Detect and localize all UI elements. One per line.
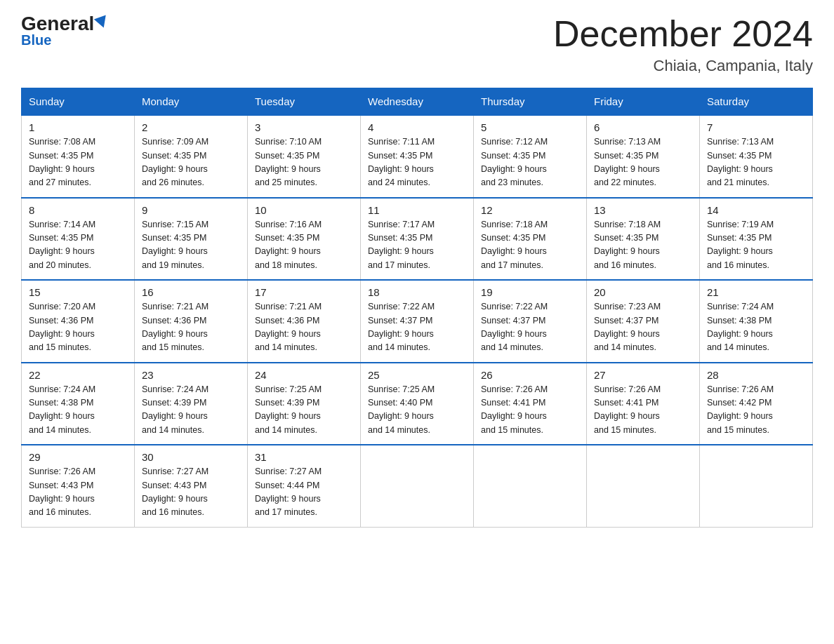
day-info: Sunrise: 7:22 AM Sunset: 4:37 PM Dayligh…: [481, 300, 579, 355]
calendar-cell: 18 Sunrise: 7:22 AM Sunset: 4:37 PM Dayl…: [361, 280, 474, 363]
calendar-cell: 16 Sunrise: 7:21 AM Sunset: 4:36 PM Dayl…: [135, 280, 248, 363]
weekday-thursday: Thursday: [474, 88, 587, 116]
day-info: Sunrise: 7:09 AM Sunset: 4:35 PM Dayligh…: [142, 135, 240, 190]
weekday-wednesday: Wednesday: [361, 88, 474, 116]
day-number: 1: [29, 121, 127, 133]
day-number: 24: [255, 369, 353, 381]
calendar-cell: 2 Sunrise: 7:09 AM Sunset: 4:35 PM Dayli…: [135, 115, 248, 198]
day-number: 29: [29, 451, 127, 463]
weekday-sunday: Sunday: [22, 88, 135, 116]
day-info: Sunrise: 7:20 AM Sunset: 4:36 PM Dayligh…: [29, 300, 127, 355]
day-number: 4: [368, 121, 466, 133]
calendar-cell: 1 Sunrise: 7:08 AM Sunset: 4:35 PM Dayli…: [22, 115, 135, 198]
logo-blue: Blue: [21, 32, 51, 48]
logo-triangle-icon: [94, 15, 110, 29]
location-title: Chiaia, Campania, Italy: [553, 57, 813, 75]
day-number: 20: [594, 286, 692, 298]
day-number: 3: [255, 121, 353, 133]
calendar-cell: 17 Sunrise: 7:21 AM Sunset: 4:36 PM Dayl…: [248, 280, 361, 363]
calendar-table: SundayMondayTuesdayWednesdayThursdayFrid…: [21, 88, 813, 528]
day-info: Sunrise: 7:10 AM Sunset: 4:35 PM Dayligh…: [255, 135, 353, 190]
calendar-cell: 10 Sunrise: 7:16 AM Sunset: 4:35 PM Dayl…: [248, 198, 361, 281]
day-info: Sunrise: 7:14 AM Sunset: 4:35 PM Dayligh…: [29, 218, 127, 273]
calendar-cell: 14 Sunrise: 7:19 AM Sunset: 4:35 PM Dayl…: [700, 198, 813, 281]
calendar-cell: 6 Sunrise: 7:13 AM Sunset: 4:35 PM Dayli…: [587, 115, 700, 198]
day-info: Sunrise: 7:21 AM Sunset: 4:36 PM Dayligh…: [142, 300, 240, 355]
day-info: Sunrise: 7:26 AM Sunset: 4:43 PM Dayligh…: [29, 465, 127, 520]
logo-area: General Blue: [21, 14, 108, 48]
day-number: 21: [707, 286, 805, 298]
calendar-week-row: 1 Sunrise: 7:08 AM Sunset: 4:35 PM Dayli…: [22, 115, 813, 198]
day-number: 26: [481, 369, 579, 381]
day-info: Sunrise: 7:25 AM Sunset: 4:40 PM Dayligh…: [368, 383, 466, 438]
calendar-cell: 26 Sunrise: 7:26 AM Sunset: 4:41 PM Dayl…: [474, 363, 587, 445]
calendar-cell: 29 Sunrise: 7:26 AM Sunset: 4:43 PM Dayl…: [22, 445, 135, 527]
month-title: December 2024: [553, 14, 813, 54]
day-number: 15: [29, 286, 127, 298]
day-number: 12: [481, 204, 579, 216]
calendar-cell: 25 Sunrise: 7:25 AM Sunset: 4:40 PM Dayl…: [361, 363, 474, 445]
day-info: Sunrise: 7:13 AM Sunset: 4:35 PM Dayligh…: [594, 135, 692, 190]
calendar-cell: 22 Sunrise: 7:24 AM Sunset: 4:38 PM Dayl…: [22, 363, 135, 445]
title-area: December 2024 Chiaia, Campania, Italy: [553, 14, 813, 75]
day-info: Sunrise: 7:12 AM Sunset: 4:35 PM Dayligh…: [481, 135, 579, 190]
day-number: 18: [368, 286, 466, 298]
day-number: 22: [29, 369, 127, 381]
day-info: Sunrise: 7:18 AM Sunset: 4:35 PM Dayligh…: [481, 218, 579, 273]
day-info: Sunrise: 7:24 AM Sunset: 4:38 PM Dayligh…: [707, 300, 805, 355]
calendar-week-row: 8 Sunrise: 7:14 AM Sunset: 4:35 PM Dayli…: [22, 198, 813, 281]
day-number: 9: [142, 204, 240, 216]
day-info: Sunrise: 7:26 AM Sunset: 4:41 PM Dayligh…: [481, 383, 579, 438]
calendar-week-row: 29 Sunrise: 7:26 AM Sunset: 4:43 PM Dayl…: [22, 445, 813, 527]
day-info: Sunrise: 7:24 AM Sunset: 4:38 PM Dayligh…: [29, 383, 127, 438]
day-info: Sunrise: 7:19 AM Sunset: 4:35 PM Dayligh…: [707, 218, 805, 273]
day-number: 10: [255, 204, 353, 216]
calendar-cell: 12 Sunrise: 7:18 AM Sunset: 4:35 PM Dayl…: [474, 198, 587, 281]
calendar-week-row: 22 Sunrise: 7:24 AM Sunset: 4:38 PM Dayl…: [22, 363, 813, 445]
day-info: Sunrise: 7:11 AM Sunset: 4:35 PM Dayligh…: [368, 135, 466, 190]
calendar-cell: 9 Sunrise: 7:15 AM Sunset: 4:35 PM Dayli…: [135, 198, 248, 281]
weekday-header-row: SundayMondayTuesdayWednesdayThursdayFrid…: [22, 88, 813, 116]
calendar-cell: 27 Sunrise: 7:26 AM Sunset: 4:41 PM Dayl…: [587, 363, 700, 445]
calendar-cell: [361, 445, 474, 527]
calendar-cell: [474, 445, 587, 527]
calendar-cell: 28 Sunrise: 7:26 AM Sunset: 4:42 PM Dayl…: [700, 363, 813, 445]
calendar-cell: 24 Sunrise: 7:25 AM Sunset: 4:39 PM Dayl…: [248, 363, 361, 445]
calendar-cell: 30 Sunrise: 7:27 AM Sunset: 4:43 PM Dayl…: [135, 445, 248, 527]
calendar-cell: 31 Sunrise: 7:27 AM Sunset: 4:44 PM Dayl…: [248, 445, 361, 527]
day-info: Sunrise: 7:15 AM Sunset: 4:35 PM Dayligh…: [142, 218, 240, 273]
day-number: 19: [481, 286, 579, 298]
calendar-cell: 23 Sunrise: 7:24 AM Sunset: 4:39 PM Dayl…: [135, 363, 248, 445]
day-number: 30: [142, 451, 240, 463]
day-info: Sunrise: 7:17 AM Sunset: 4:35 PM Dayligh…: [368, 218, 466, 273]
day-number: 8: [29, 204, 127, 216]
calendar-cell: 20 Sunrise: 7:23 AM Sunset: 4:37 PM Dayl…: [587, 280, 700, 363]
day-info: Sunrise: 7:18 AM Sunset: 4:35 PM Dayligh…: [594, 218, 692, 273]
day-number: 28: [707, 369, 805, 381]
calendar-cell: 19 Sunrise: 7:22 AM Sunset: 4:37 PM Dayl…: [474, 280, 587, 363]
calendar-cell: 11 Sunrise: 7:17 AM Sunset: 4:35 PM Dayl…: [361, 198, 474, 281]
day-number: 5: [481, 121, 579, 133]
calendar-cell: 5 Sunrise: 7:12 AM Sunset: 4:35 PM Dayli…: [474, 115, 587, 198]
calendar-cell: 3 Sunrise: 7:10 AM Sunset: 4:35 PM Dayli…: [248, 115, 361, 198]
day-info: Sunrise: 7:27 AM Sunset: 4:43 PM Dayligh…: [142, 465, 240, 520]
day-info: Sunrise: 7:23 AM Sunset: 4:37 PM Dayligh…: [594, 300, 692, 355]
day-info: Sunrise: 7:21 AM Sunset: 4:36 PM Dayligh…: [255, 300, 353, 355]
logo-general: General: [21, 14, 94, 34]
calendar-cell: 4 Sunrise: 7:11 AM Sunset: 4:35 PM Dayli…: [361, 115, 474, 198]
weekday-friday: Friday: [587, 88, 700, 116]
calendar-cell: [587, 445, 700, 527]
day-info: Sunrise: 7:26 AM Sunset: 4:41 PM Dayligh…: [594, 383, 692, 438]
day-number: 16: [142, 286, 240, 298]
weekday-monday: Monday: [135, 88, 248, 116]
calendar-week-row: 15 Sunrise: 7:20 AM Sunset: 4:36 PM Dayl…: [22, 280, 813, 363]
day-info: Sunrise: 7:22 AM Sunset: 4:37 PM Dayligh…: [368, 300, 466, 355]
calendar-cell: 7 Sunrise: 7:13 AM Sunset: 4:35 PM Dayli…: [700, 115, 813, 198]
day-number: 11: [368, 204, 466, 216]
day-number: 17: [255, 286, 353, 298]
page-header: General Blue December 2024 Chiaia, Campa…: [21, 14, 813, 75]
calendar-cell: 13 Sunrise: 7:18 AM Sunset: 4:35 PM Dayl…: [587, 198, 700, 281]
calendar-cell: 15 Sunrise: 7:20 AM Sunset: 4:36 PM Dayl…: [22, 280, 135, 363]
day-info: Sunrise: 7:27 AM Sunset: 4:44 PM Dayligh…: [255, 465, 353, 520]
calendar-cell: 8 Sunrise: 7:14 AM Sunset: 4:35 PM Dayli…: [22, 198, 135, 281]
